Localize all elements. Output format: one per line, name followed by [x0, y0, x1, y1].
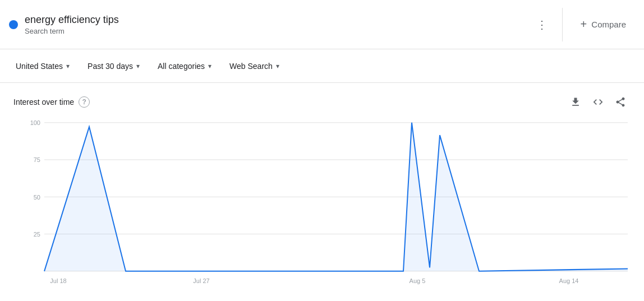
chart-title: Interest over time [13, 98, 74, 106]
compare-button[interactable]: + Compare [572, 13, 635, 35]
search-term-block: energy efficiency tips Search term ⋮ [9, 13, 553, 36]
y-label-75: 75 [34, 156, 40, 163]
search-type-filter-button[interactable]: Web Search ▾ [223, 57, 286, 75]
search-dot-indicator [9, 20, 18, 29]
share-button[interactable] [610, 92, 631, 112]
time-period-filter-button[interactable]: Past 30 days ▾ [81, 57, 146, 75]
y-label-50: 50 [34, 193, 40, 200]
search-type-filter-arrow: ▾ [276, 62, 279, 70]
region-filter-label: United States [16, 62, 63, 71]
categories-filter-button[interactable]: All categories ▾ [151, 57, 218, 75]
time-period-filter-arrow: ▾ [136, 62, 140, 70]
filter-bar: United States ▾ Past 30 days ▾ All categ… [0, 49, 644, 83]
region-filter-button[interactable]: United States ▾ [9, 57, 76, 75]
embed-icon [592, 96, 604, 108]
search-term-label: Search term [25, 27, 119, 35]
chart-section: Interest over time ? [0, 83, 644, 299]
y-label-100: 100 [30, 119, 40, 126]
chart-header: Interest over time ? [13, 92, 631, 112]
search-term-title: energy efficiency tips [25, 14, 119, 26]
categories-filter-label: All categories [158, 62, 205, 71]
embed-button[interactable] [588, 92, 608, 112]
download-icon [570, 96, 581, 108]
chart-actions [565, 92, 631, 112]
search-term-text: energy efficiency tips Search term [25, 14, 119, 35]
x-label-aug5: Aug 5 [410, 277, 426, 284]
x-label-jul27: Jul 27 [193, 277, 209, 284]
download-button[interactable] [565, 92, 586, 112]
header-divider [562, 8, 563, 41]
chart-container: 100 75 50 25 Jul 18 Jul 27 Aug 5 Aug 14 [13, 117, 631, 290]
compare-label: Compare [591, 20, 626, 29]
interest-over-time-chart: 100 75 50 25 Jul 18 Jul 27 Aug 5 Aug 14 [13, 117, 631, 290]
region-filter-arrow: ▾ [66, 62, 70, 70]
x-label-aug14: Aug 14 [559, 277, 579, 284]
share-icon [615, 96, 626, 108]
chart-title-area: Interest over time ? [13, 96, 90, 108]
y-label-25: 25 [34, 230, 40, 237]
header: energy efficiency tips Search term ⋮ + C… [0, 0, 644, 49]
categories-filter-arrow: ▾ [208, 62, 211, 70]
help-icon[interactable]: ? [79, 96, 90, 108]
time-period-filter-label: Past 30 days [88, 62, 133, 71]
more-options-button[interactable]: ⋮ [531, 13, 553, 36]
x-label-jul18: Jul 18 [50, 277, 66, 284]
search-type-filter-label: Web Search [229, 62, 273, 71]
compare-plus-icon: + [581, 18, 587, 31]
